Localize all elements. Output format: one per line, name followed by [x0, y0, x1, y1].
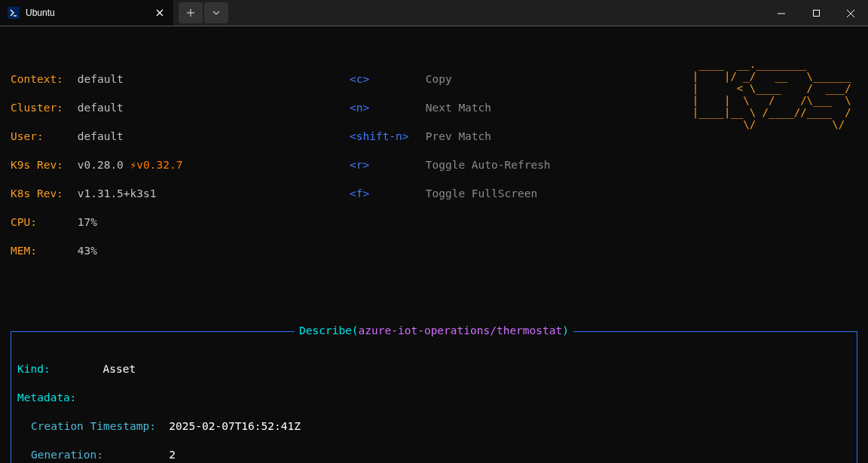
- creation-ts-value: 2025-02-07T16:52:41Z: [169, 420, 301, 432]
- shortcut-key-r: <r>: [350, 158, 419, 172]
- context-value: default: [78, 73, 124, 85]
- shortcut-key-n: <n>: [350, 101, 419, 115]
- user-value: default: [78, 130, 124, 142]
- shortcut-key-shift-n: <shift-n>: [350, 129, 419, 144]
- svg-rect-6: [813, 11, 819, 17]
- generation-value: 2: [169, 449, 176, 461]
- cpu-value: 17%: [78, 216, 97, 228]
- mem-value: 43%: [78, 245, 97, 257]
- k9s-update-value: v0.32.7: [136, 159, 182, 171]
- shortcut-desc-f: Toggle FullScreen: [426, 187, 537, 200]
- generation-label: Generation: [31, 448, 96, 462]
- kind-label: Kind: [17, 362, 44, 376]
- cpu-label: CPU:: [11, 215, 71, 230]
- user-label: User:: [11, 129, 71, 144]
- close-tab-icon[interactable]: [155, 8, 164, 17]
- k9s-logo: ____ __.________ | |/ _/ __ \______ | < …: [692, 58, 857, 130]
- shortcut-desc-n: Next Match: [426, 102, 491, 114]
- cluster-value: default: [78, 102, 124, 114]
- k8s-rev-label: K8s Rev:: [11, 187, 71, 201]
- k9s-rev-value: v0.28.0: [78, 159, 124, 171]
- shortcut-desc-c: Copy: [426, 73, 452, 85]
- shortcut-key-f: <f>: [350, 187, 419, 201]
- context-label: Context:: [11, 72, 71, 87]
- terminal-content: Context: default Cluster: default User: …: [0, 26, 868, 463]
- cluster-label: Cluster:: [11, 101, 71, 115]
- powershell-icon: [8, 7, 20, 19]
- shortcuts-panel: <c> Copy <n> Next Match <shift-n> Prev M…: [350, 58, 666, 287]
- k9s-rev-label: K9s Rev:: [11, 158, 71, 172]
- metadata-label: Metadata: [17, 391, 70, 405]
- minimize-button[interactable]: [764, 0, 799, 26]
- k8s-rev-value: v1.31.5+k3s1: [78, 187, 157, 200]
- describe-title: Describe(azure-iot-operations/thermostat…: [295, 324, 573, 338]
- shortcut-key-c: <c>: [350, 72, 419, 87]
- tab-dropdown-button[interactable]: [204, 2, 228, 23]
- close-window-button[interactable]: [833, 0, 868, 26]
- maximize-button[interactable]: [799, 0, 833, 26]
- mem-label: MEM:: [11, 244, 71, 258]
- titlebar: Ubuntu: [0, 0, 868, 26]
- cluster-info: Context: default Cluster: default User: …: [11, 58, 350, 287]
- window-controls: [764, 0, 868, 26]
- tab-actions: [173, 0, 234, 26]
- new-tab-button[interactable]: [179, 2, 203, 23]
- tab-ubuntu[interactable]: Ubuntu: [0, 0, 173, 26]
- creation-ts-label: Creation Timestamp: [31, 419, 149, 434]
- describe-panel[interactable]: Describe(azure-iot-operations/thermostat…: [11, 331, 857, 463]
- shortcut-desc-shift-n: Prev Match: [426, 130, 491, 142]
- kind-value: Asset: [103, 363, 136, 375]
- bolt-icon: ⚡: [130, 159, 137, 171]
- tab-title: Ubuntu: [26, 6, 149, 20]
- shortcut-desc-r: Toggle Auto-Refresh: [426, 159, 551, 171]
